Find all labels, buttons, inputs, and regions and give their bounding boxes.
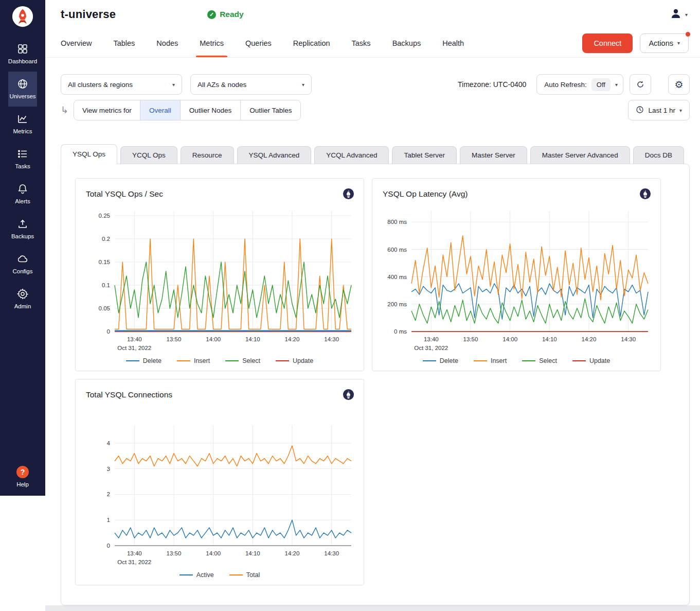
settings-button[interactable]: ⚙ [668, 74, 690, 95]
metric-tab-ysql-advanced[interactable]: YSQL Advanced [237, 146, 312, 164]
svg-text:0: 0 [107, 328, 110, 335]
metric-tab-docs-db[interactable]: Docs DB [633, 146, 684, 164]
svg-text:3: 3 [107, 466, 110, 472]
prometheus-icon[interactable] [343, 188, 354, 200]
legend-swatch [229, 574, 243, 576]
actions-label: Actions [649, 39, 673, 47]
chart-card-ysql-op-latency: YSQL Op Latency (Avg) 0 ms200 ms400 ms60… [372, 178, 661, 371]
check-circle-icon: ✓ [207, 10, 216, 19]
tab-tables[interactable]: Tables [102, 29, 146, 57]
tab-backups[interactable]: Backups [382, 29, 432, 57]
tab-overview[interactable]: Overview [61, 29, 102, 57]
tab-queries[interactable]: Queries [235, 29, 282, 57]
legend-label: Update [293, 357, 313, 364]
svg-text:1: 1 [107, 517, 110, 523]
legend-delete[interactable]: Delete [423, 357, 458, 364]
refresh-button[interactable] [630, 74, 651, 95]
svg-text:Oct 31, 2022: Oct 31, 2022 [117, 345, 151, 351]
tab-health[interactable]: Health [432, 29, 475, 57]
legend-label: Select [242, 357, 260, 364]
legend-swatch [572, 360, 586, 362]
metric-tab-ycql-ops[interactable]: YCQL Ops [120, 146, 177, 164]
svg-text:Oct 31, 2022: Oct 31, 2022 [117, 559, 151, 565]
tab-nodes[interactable]: Nodes [146, 29, 189, 57]
metric-tab-master-server-advanced[interactable]: Master Server Advanced [530, 146, 630, 164]
legend-total[interactable]: Total [229, 571, 260, 579]
legend-label: Insert [491, 357, 507, 364]
prometheus-icon[interactable] [639, 188, 651, 200]
prometheus-icon[interactable] [343, 389, 354, 400]
chevron-down-icon: ▾ [172, 82, 175, 88]
legend-label: Select [539, 357, 557, 364]
connect-button[interactable]: Connect [582, 33, 633, 53]
clusters-regions-dropdown[interactable]: All clusters & regions ▾ [61, 74, 182, 95]
legend-update[interactable]: Update [276, 357, 313, 364]
metric-tab-resource[interactable]: Resource [181, 146, 234, 164]
legend-select[interactable]: Select [522, 357, 557, 364]
view-metrics-row: ↳ View metrics for OverallOutlier NodesO… [61, 100, 690, 120]
chevron-down-icon: ▾ [302, 82, 304, 88]
sidebar-item-label: Dashboard [8, 58, 37, 64]
sidebar-item-help[interactable]: ?Help [16, 466, 29, 496]
sub-level-arrow-icon: ↳ [61, 104, 68, 116]
timezone-label: Timezone: UTC-0400 [458, 80, 526, 89]
actions-button[interactable]: Actions ▾ [640, 33, 689, 53]
legend-label: Insert [194, 357, 210, 364]
user-menu[interactable]: ▾ [670, 7, 688, 22]
tab-metrics[interactable]: Metrics [189, 29, 235, 57]
svg-text:13:50: 13:50 [167, 336, 182, 342]
app-logo-icon[interactable] [11, 5, 34, 30]
chevron-down-icon: ▾ [685, 12, 688, 18]
sidebar-item-label: Configs [12, 268, 32, 274]
legend-active[interactable]: Active [180, 571, 214, 579]
tab-replication[interactable]: Replication [282, 29, 341, 57]
chart-card-total-ysql-connections: Total YSQL Connections 0123413:40Oct 31,… [75, 379, 364, 585]
filter-row: All clusters & regions ▾ All AZs & nodes… [61, 74, 690, 95]
legend-label: Update [589, 357, 610, 364]
clusters-regions-value: All clusters & regions [68, 81, 133, 89]
legend-insert[interactable]: Insert [474, 357, 507, 364]
metric-tab-ysql-ops[interactable]: YSQL Ops [61, 144, 117, 164]
user-icon [670, 7, 682, 22]
view-tab-overall[interactable]: Overall [140, 100, 180, 120]
admin-icon [17, 288, 28, 300]
auto-refresh-control[interactable]: Auto Refresh: Off ▾ [536, 74, 623, 95]
sidebar-item-label: Admin [14, 303, 31, 309]
sidebar-item-configs[interactable]: Configs [8, 247, 37, 282]
sidebar-item-universes[interactable]: Universes [8, 72, 37, 107]
svg-text:14:20: 14:20 [285, 336, 300, 342]
svg-text:0 ms: 0 ms [394, 328, 407, 335]
sidebar-item-tasks[interactable]: Tasks [8, 142, 37, 177]
tab-tasks[interactable]: Tasks [341, 29, 382, 57]
chevron-down-icon: ▾ [677, 40, 680, 46]
svg-text:14:30: 14:30 [621, 336, 636, 342]
view-tab-outlier-nodes[interactable]: Outlier Nodes [180, 100, 241, 120]
view-tab-outlier-tables[interactable]: Outlier Tables [240, 100, 300, 120]
svg-text:0.1: 0.1 [102, 282, 110, 288]
legend-label: Delete [440, 357, 458, 364]
chart-title: Total YSQL Connections [86, 390, 172, 399]
metric-tab-ycql-advanced[interactable]: YCQL Advanced [314, 146, 389, 164]
svg-text:14:00: 14:00 [206, 550, 221, 556]
legend-label: Total [246, 571, 260, 579]
legend-delete[interactable]: Delete [126, 357, 161, 364]
time-range-button[interactable]: Last 1 hr ▾ [628, 100, 690, 120]
sidebar-item-alerts[interactable]: Alerts [8, 177, 37, 212]
time-range-value: Last 1 hr [648, 107, 675, 114]
az-nodes-dropdown[interactable]: All AZs & nodes ▾ [190, 74, 312, 95]
svg-text:14:10: 14:10 [245, 336, 260, 342]
sidebar-item-dashboard[interactable]: Dashboard [8, 37, 37, 72]
sidebar-item-admin[interactable]: Admin [8, 282, 37, 317]
metric-tab-master-server[interactable]: Master Server [460, 146, 527, 164]
legend-insert[interactable]: Insert [177, 357, 210, 364]
svg-text:0: 0 [107, 543, 110, 549]
metric-tab-tablet-server[interactable]: Tablet Server [392, 146, 457, 164]
legend-select[interactable]: Select [225, 357, 260, 364]
clock-icon [636, 106, 644, 115]
legend-update[interactable]: Update [572, 357, 610, 364]
chart-title: YSQL Op Latency (Avg) [383, 189, 468, 199]
universes-icon [17, 78, 28, 90]
sidebar-item-metrics[interactable]: Metrics [8, 107, 37, 142]
sidebar-item-backups[interactable]: Backups [8, 212, 37, 247]
actions-wrap: Actions ▾ [640, 33, 689, 53]
